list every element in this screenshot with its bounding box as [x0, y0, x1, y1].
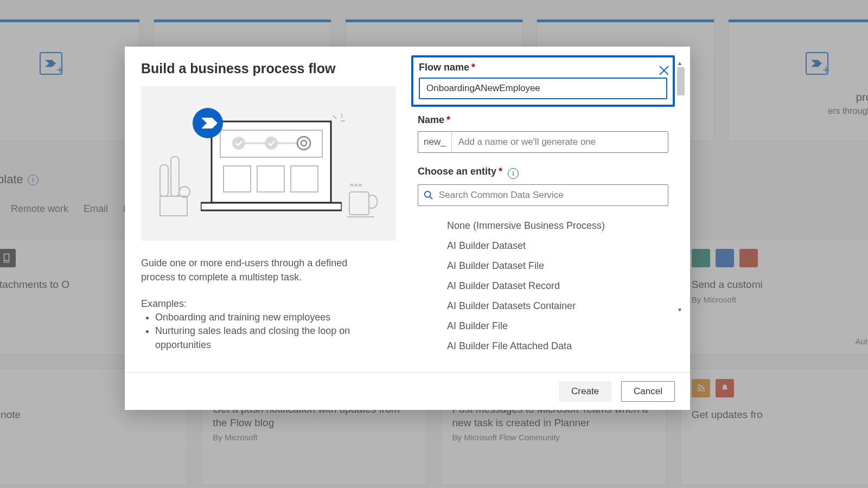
- entity-option[interactable]: AI Builder Dataset File: [418, 256, 668, 276]
- svg-point-30: [425, 191, 431, 197]
- entity-option[interactable]: AI Builder Datasets Container: [418, 296, 668, 316]
- dialog-title: Build a business process flow: [141, 61, 396, 76]
- scrollbar-thumb[interactable]: [677, 67, 685, 95]
- svg-point-9: [232, 137, 245, 150]
- entity-search-input[interactable]: [439, 190, 662, 201]
- svg-line-27: [333, 115, 336, 119]
- svg-point-11: [265, 137, 278, 150]
- entity-option[interactable]: AI Builder File: [418, 316, 668, 336]
- svg-line-31: [430, 196, 433, 199]
- svg-rect-23: [171, 157, 179, 196]
- form-scrollbar[interactable]: ▴ ▾: [676, 61, 687, 372]
- examples-heading: Examples:: [141, 298, 396, 310]
- example-item: Nurturing sales leads and closing the lo…: [155, 324, 396, 351]
- flow-name-input[interactable]: [419, 78, 667, 99]
- entity-option[interactable]: AI Builder File Attached Data: [418, 336, 668, 356]
- svg-rect-7: [212, 121, 331, 203]
- scroll-down-icon: ▾: [678, 306, 681, 313]
- dialog-description: Guide one or more end-users through a de…: [141, 256, 380, 284]
- name-input[interactable]: [452, 132, 668, 152]
- entity-option[interactable]: AI Builder Dataset: [418, 236, 668, 256]
- examples-list: Onboarding and training new employees Nu…: [141, 311, 396, 352]
- search-icon: [424, 190, 433, 200]
- svg-rect-25: [349, 192, 369, 215]
- dialog-illustration: [141, 86, 396, 241]
- flow-name-highlight: Flow name*: [411, 55, 675, 107]
- svg-rect-22: [160, 165, 168, 196]
- entity-label: Choose an entity*i: [418, 166, 668, 179]
- name-label: Name*: [418, 114, 668, 126]
- create-button[interactable]: Create: [559, 381, 611, 402]
- dialog-footer: Create Cancel: [125, 372, 690, 410]
- flow-name-label: Flow name*: [419, 62, 667, 73]
- name-prefix: new_: [418, 132, 452, 152]
- entity-option[interactable]: AI Builder Dataset Record: [418, 276, 668, 296]
- info-icon[interactable]: i: [508, 168, 519, 179]
- scroll-up-icon: ▴: [678, 59, 681, 67]
- example-item: Onboarding and training new employees: [155, 311, 396, 324]
- entity-search[interactable]: [418, 184, 668, 206]
- entity-list: None (Immersive Business Process) AI Bui…: [418, 216, 668, 356]
- svg-rect-21: [160, 196, 187, 216]
- svg-rect-18: [201, 203, 342, 210]
- cancel-button[interactable]: Cancel: [621, 381, 675, 402]
- name-input-group: new_: [418, 131, 668, 153]
- entity-option[interactable]: None (Immersive Business Process): [418, 216, 668, 236]
- build-bpf-dialog: Build a business process flow: [125, 47, 690, 410]
